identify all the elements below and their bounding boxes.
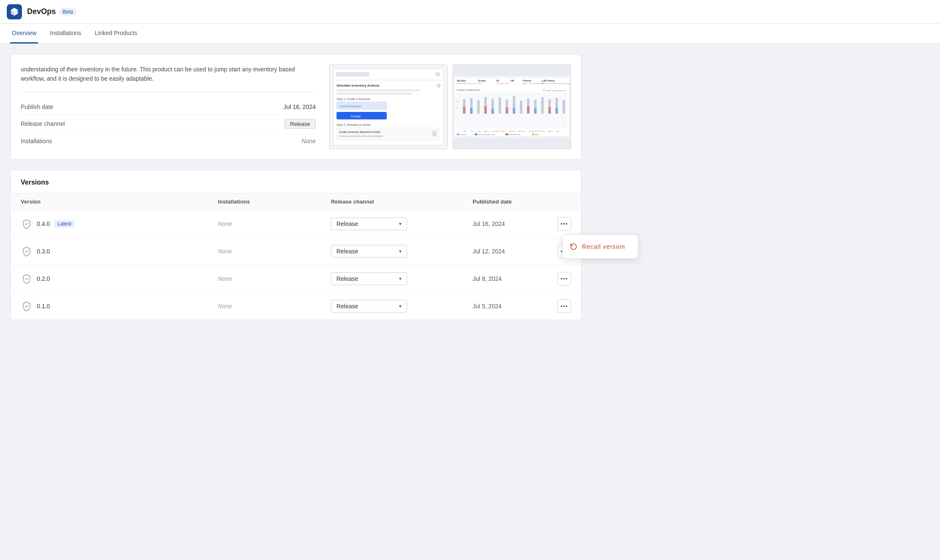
svg-text:October: October <box>500 130 506 132</box>
ellipsis-icon: ••• <box>560 275 568 282</box>
release-channel-cell: Release ▾ <box>321 238 462 265</box>
actions-container: ••• <box>557 272 571 285</box>
tab-navigation: Overview Installations Linked Products <box>0 24 940 44</box>
svg-text:Production Order: Production Order <box>509 134 521 136</box>
installations-row: Installations None <box>21 133 316 149</box>
published-date-cell: Jul 8, 2024 <box>462 265 547 293</box>
product-divider <box>21 92 316 92</box>
svg-text:Outbound Transfer Order: Outbound Transfer Order <box>478 134 495 136</box>
version-cell-inner: 0.4.0 Latest <box>21 218 198 230</box>
version-cell: 0.3.0 <box>11 238 208 265</box>
svg-text:Creates an inventory event and: Creates an inventory event and propagate… <box>339 135 383 137</box>
svg-rect-15 <box>336 128 439 141</box>
svg-text:Baseline Days of Coverage • 3 : Baseline Days of Coverage • 3 days <box>457 83 481 84</box>
installations-cell: None <box>208 210 321 238</box>
svg-rect-53 <box>541 97 544 114</box>
svg-text:March: March <box>548 130 552 132</box>
version-icon <box>21 245 33 257</box>
tab-overview[interactable]: Overview <box>10 24 38 43</box>
published-date-cell: Jul 12, 2024 <box>462 238 547 265</box>
screenshot-1: Simulate Inventory Actions Step 1: Creat… <box>329 65 448 149</box>
svg-text:10 days: 10 days <box>478 79 486 82</box>
product-screenshots: Simulate Inventory Actions Step 1: Creat… <box>329 65 571 149</box>
release-channel-row: Release channel Release <box>21 115 316 133</box>
context-menu: Recall version <box>562 234 638 259</box>
product-description: understanding of their inventory in the … <box>21 65 316 84</box>
svg-rect-63 <box>492 109 494 114</box>
svg-text:Create: Create <box>351 114 361 118</box>
installations-value: None <box>218 303 232 310</box>
installations-value: None <box>218 220 232 227</box>
svg-text:January 2025: January 2025 <box>529 130 538 132</box>
release-channel-cell: Release ▾ <box>321 293 462 320</box>
svg-text:June: June <box>470 130 474 132</box>
svg-text:0: 0 <box>455 113 456 115</box>
ellipsis-icon: ••• <box>560 303 568 310</box>
svg-rect-83 <box>506 133 508 135</box>
actions-cell: ••• Recall version <box>547 210 581 238</box>
svg-rect-8 <box>336 92 412 95</box>
release-channel-cell: Release ▾ <box>321 210 462 238</box>
app-title: DevOps <box>27 7 56 16</box>
release-channel-dropdown[interactable]: Release ▾ <box>331 245 407 258</box>
published-date-value: Jul 8, 2024 <box>473 275 502 282</box>
chevron-down-icon: ▾ <box>399 248 402 254</box>
svg-rect-62 <box>470 108 473 114</box>
more-options-button[interactable]: ••• <box>557 299 571 313</box>
product-info: understanding of their inventory in the … <box>21 65 316 149</box>
tab-installations[interactable]: Installations <box>48 24 83 43</box>
recall-icon <box>569 242 578 251</box>
tab-linked-products[interactable]: Linked Products <box>93 24 139 43</box>
installations-label: Installations <box>21 138 52 144</box>
actions-container: ••• <box>557 299 571 313</box>
svg-text:136: 136 <box>510 79 514 82</box>
release-channel-dropdown[interactable]: Release ▾ <box>331 217 407 230</box>
release-channel-dropdown[interactable]: Release ▾ <box>331 272 407 285</box>
version-number: 0.3.0 <box>37 248 50 255</box>
svg-text:May: May <box>463 130 466 132</box>
ellipsis-icon: ••• <box>560 220 568 227</box>
svg-text:53: 53 <box>496 79 499 82</box>
version-icon <box>21 300 33 312</box>
versions-title: Versions <box>11 170 581 193</box>
recall-version-item[interactable]: Recall version <box>563 238 638 255</box>
actions-cell: ••• <box>547 293 581 320</box>
svg-text:›: › <box>433 132 434 135</box>
actions-cell: ••• <box>547 265 581 293</box>
svg-text:April: April <box>556 130 559 132</box>
svg-text:Step 2: Simulate an Action: Step 2: Simulate an Action <box>336 123 371 127</box>
svg-rect-7 <box>336 89 420 91</box>
installations-cell: None <box>208 265 321 293</box>
installations-value: None <box>218 248 232 255</box>
svg-text:Step 1: Create a Scenario: Step 1: Create a Scenario <box>336 98 370 101</box>
version-cell: 0.1.0 <box>11 293 208 320</box>
svg-text:200k: 200k <box>455 101 458 103</box>
top-bar: DevOps Beta <box>0 0 940 24</box>
svg-rect-33 <box>543 89 545 92</box>
more-options-button[interactable]: ••• <box>557 272 571 285</box>
published-date-cell: Jul 5, 2024 <box>462 293 547 320</box>
col-header-version: Version <box>11 193 208 210</box>
version-icon <box>21 273 33 285</box>
svg-text:December: December <box>518 130 526 132</box>
table-row: 0.3.0 None Release ▾ Jul 12, 2024 ••• <box>11 238 581 265</box>
svg-rect-47 <box>499 98 501 114</box>
publish-date-row: Publish date Jul 16, 2024 <box>21 99 316 115</box>
svg-text:February: February <box>539 130 545 132</box>
svg-rect-56 <box>563 100 565 114</box>
versions-table: Version Installations Release channel Pu… <box>11 193 581 320</box>
published-date-value: Jul 12, 2024 <box>473 248 505 255</box>
actions-container: ••• Recall version <box>557 217 571 231</box>
svg-text:0 Pieces: 0 Pieces <box>523 79 532 82</box>
latest-badge: Latest <box>54 220 75 228</box>
svg-text:Inventory Timeline Chart: Inventory Timeline Chart <box>457 89 481 91</box>
svg-rect-50 <box>520 101 522 114</box>
installations-value: None <box>218 275 232 282</box>
recall-version-label: Recall version <box>582 243 625 250</box>
svg-text:-1,667 Pieces: -1,667 Pieces <box>541 79 555 82</box>
release-channel-label: Release <box>336 303 358 310</box>
more-options-button[interactable]: ••• Recall version <box>557 217 571 231</box>
svg-rect-81 <box>475 133 477 135</box>
release-channel-dropdown[interactable]: Release ▾ <box>331 300 407 313</box>
svg-rect-4 <box>435 72 440 76</box>
